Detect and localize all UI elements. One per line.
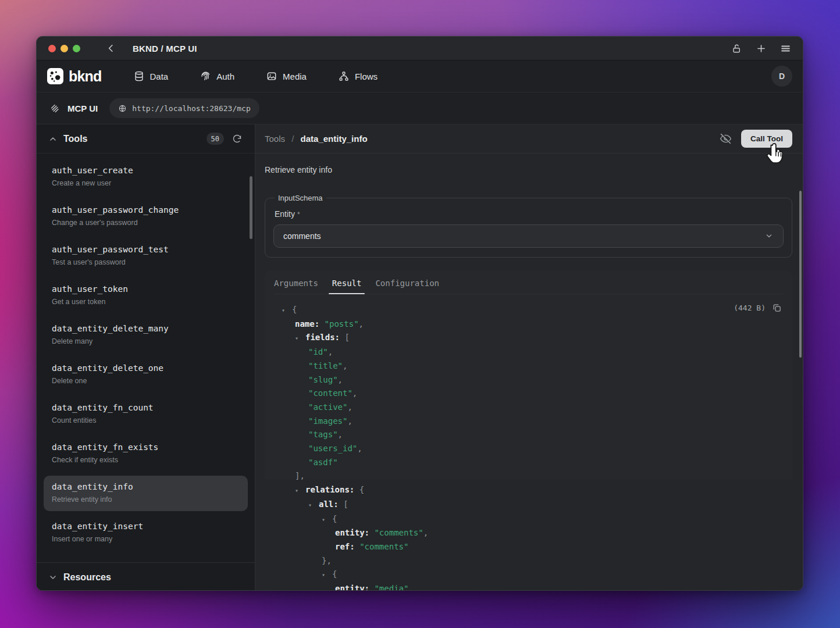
nav-item-label: Flows	[355, 72, 378, 81]
tool-description: Insert one or many	[52, 534, 240, 544]
entity-select[interactable]: comments	[273, 224, 784, 248]
new-tab-plus-icon[interactable]	[756, 43, 767, 54]
tools-section-header[interactable]: Tools 50	[37, 124, 255, 154]
tool-list-item[interactable]: auth_user_create Create a new user	[44, 159, 248, 195]
user-avatar[interactable]: D	[771, 66, 792, 87]
tool-name: auth_user_password_change	[52, 204, 240, 216]
tool-detail-header: Tools / data_entity_info Call Tool	[255, 124, 803, 154]
fingerprint-icon	[200, 70, 211, 82]
tools-count-badge: 50	[207, 133, 224, 145]
breadcrumb-separator: /	[291, 134, 294, 144]
tool-name: data_entity_info	[52, 481, 240, 493]
nav-item-media[interactable]: Media	[266, 70, 307, 82]
tool-description: Check if entity exists	[52, 455, 240, 465]
tool-list-item[interactable]: data_entity_fn_count Count entities	[44, 397, 248, 432]
nav-item-label: Media	[283, 72, 307, 81]
flows-icon	[338, 70, 350, 82]
mcp-toolbar: MCP UI http://localhost:28623/mcp	[37, 92, 803, 124]
layers-stack-icon	[49, 103, 60, 114]
globe-icon	[118, 104, 127, 113]
breadcrumb-current: data_entity_info	[301, 134, 368, 144]
tool-name: auth_user_create	[52, 165, 240, 176]
nav-item-auth[interactable]: Auth	[200, 70, 234, 82]
bknd-logo-icon	[47, 68, 63, 84]
brand-logo[interactable]: bknd	[47, 68, 102, 85]
result-card: Arguments Result Configuration (442 B) ▾…	[265, 270, 792, 480]
nav-item-label: Data	[150, 72, 169, 81]
copy-icon[interactable]	[772, 303, 782, 313]
tool-list-item[interactable]: auth_user_password_test Test a user's pa…	[44, 238, 248, 274]
tab-configuration[interactable]: Configuration	[375, 279, 439, 294]
input-schema-fieldset: InputSchema Entity* comments	[265, 194, 792, 258]
database-icon	[133, 70, 145, 82]
entity-select-value: comments	[283, 231, 321, 241]
tools-sidebar: Tools 50 auth_user_create Create a new u…	[37, 124, 255, 591]
tool-name: auth_user_password_test	[52, 244, 240, 255]
tool-description: Get a user token	[52, 297, 240, 307]
mcp-ui-label: MCP UI	[67, 104, 98, 113]
chevron-down-icon	[764, 231, 774, 241]
sidebar-scrollbar-thumb[interactable]	[250, 176, 252, 239]
tool-list-item[interactable]: data_entity_insert Insert one or many	[44, 515, 248, 551]
tool-name: data_entity_fn_count	[52, 402, 240, 413]
tool-description: Delete many	[52, 336, 240, 347]
result-size-label: (442 B)	[734, 304, 766, 312]
tool-detail-panel: Tools / data_entity_info Call Tool Retri…	[255, 124, 803, 591]
tools-list: auth_user_create Create a new user auth_…	[37, 154, 255, 551]
tool-name: auth_user_token	[52, 283, 240, 295]
tool-description: Retrieve entity info	[52, 494, 240, 505]
server-url: http://localhost:28623/mcp	[132, 104, 251, 113]
app-window: BKND / MCP UI bknd Data Auth	[36, 36, 803, 591]
tool-description: Count entities	[52, 415, 240, 426]
tool-list-item[interactable]: data_entity_delete_many Delete many	[44, 317, 248, 353]
json-result-tree[interactable]: ▾{name: "posts",▾fields: ["id","title","…	[274, 303, 783, 591]
tool-list-item[interactable]: data_entity_fn_exists Check if entity ex…	[44, 436, 248, 472]
window-controls	[48, 45, 80, 52]
tab-result[interactable]: Result	[332, 279, 362, 294]
close-button[interactable]	[48, 45, 56, 52]
server-url-pill[interactable]: http://localhost:28623/mcp	[109, 98, 259, 118]
eye-off-icon[interactable]	[720, 133, 732, 145]
tool-description: Create a new user	[52, 178, 240, 188]
tool-name: data_entity_fn_exists	[52, 441, 240, 453]
main-scrollbar-thumb[interactable]	[799, 191, 802, 358]
nav-item-label: Auth	[216, 72, 234, 81]
result-area: (442 B) ▾{name: "posts",▾fields: ["id","…	[274, 294, 783, 591]
chevron-down-icon	[48, 573, 58, 582]
menu-hamburger-icon[interactable]	[780, 43, 791, 54]
breadcrumb-section[interactable]: Tools	[265, 134, 285, 144]
window-title: BKND / MCP UI	[133, 44, 197, 53]
chevron-up-icon	[48, 134, 58, 144]
tool-description-text: Retrieve entity info	[265, 165, 792, 177]
tool-name: data_entity_delete_many	[52, 323, 240, 334]
app-navbar: bknd Data Auth Media Flows D	[37, 60, 803, 92]
minimize-button[interactable]	[60, 45, 68, 52]
breadcrumb: Tools / data_entity_info	[265, 134, 368, 144]
tool-description: Delete one	[52, 376, 240, 386]
back-button[interactable]	[106, 43, 116, 53]
call-tool-button[interactable]: Call Tool	[741, 130, 792, 148]
tools-section-title: Tools	[63, 134, 87, 144]
nav-item-flows[interactable]: Flows	[338, 70, 378, 82]
nav-item-data[interactable]: Data	[133, 70, 169, 82]
resources-section-header[interactable]: Resources	[37, 562, 255, 591]
tool-name: data_entity_insert	[52, 520, 240, 532]
refresh-icon[interactable]	[232, 134, 242, 144]
nav-items: Data Auth Media Flows	[133, 70, 378, 82]
tool-list-item[interactable]: auth_user_password_change Change a user'…	[44, 199, 248, 234]
chevron-left-icon	[106, 43, 116, 53]
tab-arguments[interactable]: Arguments	[274, 279, 318, 294]
tool-list-item[interactable]: data_entity_delete_one Delete one	[44, 357, 248, 392]
input-schema-legend: InputSchema	[275, 194, 326, 202]
brand-wordmark: bknd	[69, 68, 102, 85]
tool-name: data_entity_delete_one	[52, 362, 240, 374]
maximize-button[interactable]	[73, 45, 80, 52]
window-titlebar: BKND / MCP UI	[37, 37, 803, 60]
entity-field-label: Entity*	[275, 209, 782, 219]
tool-list-item[interactable]: auth_user_token Get a user token	[44, 278, 248, 313]
unlock-icon[interactable]	[731, 43, 742, 54]
media-icon	[266, 70, 277, 82]
resources-section-title: Resources	[63, 572, 111, 583]
tool-list-item[interactable]: data_entity_info Retrieve entity info	[44, 476, 248, 511]
result-tabs: Arguments Result Configuration	[274, 270, 783, 294]
